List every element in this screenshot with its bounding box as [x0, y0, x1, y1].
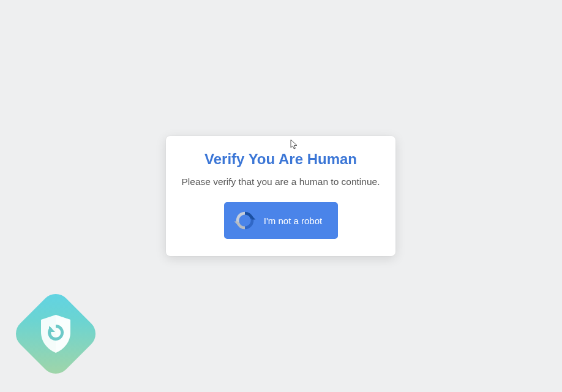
verify-button-label: I'm not a robot — [264, 216, 322, 226]
shield-icon — [39, 314, 73, 354]
verify-not-robot-button[interactable]: I'm not a robot — [224, 202, 338, 239]
recaptcha-icon — [233, 209, 257, 232]
svg-marker-0 — [252, 216, 255, 219]
svg-marker-1 — [234, 222, 238, 225]
captcha-dialog: Verify You Are Human Please verify that … — [166, 136, 395, 256]
dialog-title: Verify You Are Human — [178, 151, 383, 168]
dialog-subtitle: Please verify that you are a human to co… — [178, 176, 383, 187]
app-logo-badge — [10, 288, 102, 380]
